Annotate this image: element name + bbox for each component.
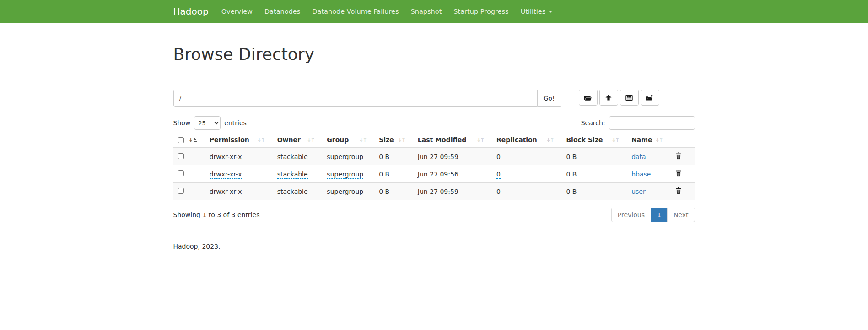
directory-path-input[interactable] [173,90,538,107]
entries-info: Showing 1 to 3 of 3 entries [173,211,260,218]
nav-item-datanodes[interactable]: Datanodes [259,0,306,23]
sort-icon: ↓↑ [611,137,619,143]
replication-editable[interactable]: 0 [496,170,501,179]
size-value: 0 B [379,153,389,160]
sort-icon: ↓↑ [359,137,366,143]
select-all-header[interactable]: ↓ [173,133,205,148]
last-modified-value: Jun 27 09:59 [418,188,458,195]
create-directory-button[interactable] [641,90,659,106]
list-alt-icon [625,94,633,101]
sort-icon: ↓↑ [655,137,662,143]
trash-icon [675,154,682,161]
block-size-value: 0 B [566,153,577,160]
sort-icon: ↓↑ [398,137,405,143]
upload-icon [605,94,612,101]
row-checkbox[interactable] [178,188,184,194]
directory-listing-table: ↓ Permission↓↑ Owner↓↑ Group↓↑ Size↓↑ La… [173,133,695,200]
permission-editable[interactable]: drwxr-xr-x [210,153,242,161]
permission-editable[interactable]: drwxr-xr-x [210,170,242,179]
folder-open-icon [584,94,592,101]
size-value: 0 B [379,188,389,195]
cut-paste-button[interactable] [579,90,598,106]
pagination-next[interactable]: Next [667,208,695,222]
caret-down-icon [548,11,553,13]
size-value: 0 B [379,170,389,178]
trash-icon [675,189,682,196]
page-title: Browse Directory [173,45,695,64]
column-header-block-size[interactable]: Block Size↓↑ [561,133,627,148]
group-editable[interactable]: supergroup [327,188,363,196]
select-all-checkbox[interactable] [178,137,184,143]
page-header: Browse Directory [173,45,695,77]
directory-path-group: Go! [173,90,561,107]
group-editable[interactable]: supergroup [327,170,363,179]
sorted-ascending-icon: ↓ [189,137,197,143]
directory-link[interactable]: data [631,153,646,160]
upload-file-button[interactable] [599,90,618,106]
group-editable[interactable]: supergroup [327,153,363,161]
set-permission-button[interactable] [620,90,639,106]
trash-icon [675,171,682,178]
search-input[interactable] [609,116,695,130]
last-modified-value: Jun 27 09:59 [418,153,458,160]
new-folder-icon [646,94,654,101]
delete-button[interactable] [675,152,682,161]
replication-editable[interactable]: 0 [496,153,501,161]
show-label: Show [173,119,191,127]
replication-editable[interactable]: 0 [496,188,501,196]
table-row: drwxr-xr-x stackable supergroup 0 B Jun … [173,148,695,165]
top-navbar: Hadoop Overview Datanodes Datanode Volum… [0,0,868,23]
column-header-permission[interactable]: Permission↓↑ [205,133,273,148]
column-header-group[interactable]: Group↓↑ [322,133,374,148]
column-header-name[interactable]: Name↓↑ [627,133,670,148]
sort-icon: ↓↑ [257,137,264,143]
table-row: drwxr-xr-x stackable supergroup 0 B Jun … [173,165,695,183]
search-label: Search: [581,119,605,127]
owner-editable[interactable]: stackable [277,188,308,196]
footer-divider [173,235,695,235]
nav-item-overview[interactable]: Overview [216,0,259,23]
permission-editable[interactable]: drwxr-xr-x [210,188,242,196]
sort-icon: ↓↑ [476,137,484,143]
column-header-size[interactable]: Size↓↑ [374,133,413,148]
sort-icon: ↓↑ [307,137,314,143]
block-size-value: 0 B [566,170,577,178]
go-button[interactable]: Go! [538,90,561,107]
column-header-owner[interactable]: Owner↓↑ [273,133,323,148]
entries-label: entries [224,119,247,127]
pagination: Previous 1 Next [611,208,695,222]
footer-text: Hadoop, 2023. [173,243,695,250]
delete-button[interactable] [675,187,682,196]
nav-item-datanode-volume-failures[interactable]: Datanode Volume Failures [306,0,404,23]
last-modified-value: Jun 27 09:56 [418,170,458,178]
column-header-actions [671,133,695,148]
column-header-replication[interactable]: Replication↓↑ [492,133,561,148]
pagination-page-1[interactable]: 1 [651,208,668,222]
delete-button[interactable] [675,170,682,178]
row-checkbox[interactable] [178,170,184,176]
page-size-select[interactable]: 25 [194,116,221,130]
owner-editable[interactable]: stackable [277,153,308,161]
nav-item-utilities-dropdown[interactable]: Utilities [515,0,559,23]
pagination-previous[interactable]: Previous [611,208,651,222]
directory-link[interactable]: hbase [631,170,651,178]
row-checkbox[interactable] [178,153,184,159]
nav-item-startup-progress[interactable]: Startup Progress [447,0,514,23]
sort-icon: ↓↑ [546,137,553,143]
owner-editable[interactable]: stackable [277,170,308,179]
directory-link[interactable]: user [631,188,646,195]
navbar-brand[interactable]: Hadoop [173,0,216,22]
block-size-value: 0 B [566,188,577,195]
nav-item-snapshot[interactable]: Snapshot [405,0,448,23]
table-row: drwxr-xr-x stackable supergroup 0 B Jun … [173,183,695,200]
column-header-last-modified[interactable]: Last Modified↓↑ [413,133,492,148]
